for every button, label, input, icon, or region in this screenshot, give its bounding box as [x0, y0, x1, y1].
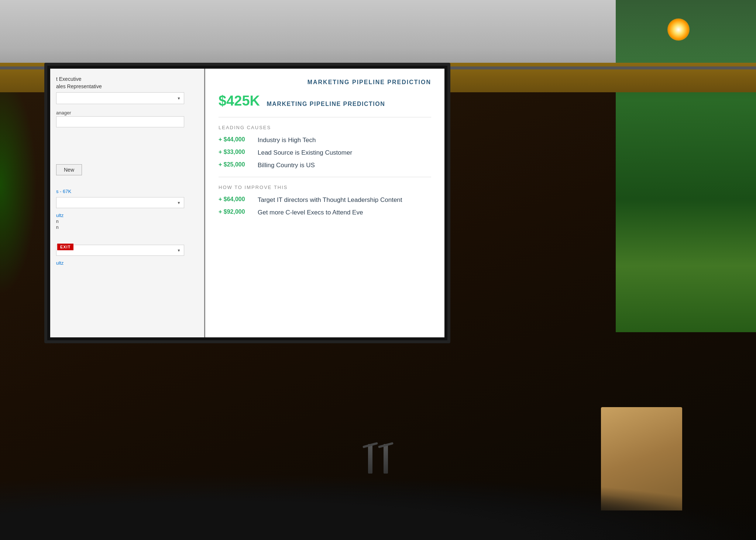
cause-text-2: Lead Source is Existing Customer [258, 149, 352, 157]
cause-item-3: + $25,000 Billing Country is US [219, 161, 431, 169]
stand-1 [368, 444, 372, 474]
cause-text-1: Industry is High Tech [258, 136, 316, 144]
improve-amount-1: + $64,000 [219, 196, 252, 203]
improve-item-2: + $92,000 Get more C-level Execs to Atte… [219, 209, 431, 217]
green-light-effect [0, 74, 37, 295]
divider-middle [219, 177, 431, 177]
stand-2 [384, 444, 388, 474]
dropdown-arrow3: ▼ [177, 248, 181, 252]
spotlight [667, 18, 690, 41]
pipeline-label: MARKETING PIPELINE PREDICTION [267, 101, 385, 107]
name2-text: n [56, 219, 198, 224]
pipeline-amount: $425K [219, 93, 260, 109]
name1-link[interactable]: ultz [56, 213, 198, 218]
cause-amount-2: + $33,000 [219, 149, 252, 155]
name3-text: n [56, 225, 198, 230]
exit-sign: EXIT [57, 244, 73, 250]
manager-label: anager [56, 110, 198, 116]
link1[interactable]: s - 67K [56, 189, 198, 194]
dropdown-arrow2: ▼ [177, 201, 181, 205]
role1-text: t Executive [56, 76, 198, 82]
leading-causes-title: LEADING CAUSES [219, 125, 431, 130]
improve-title: HOW TO IMPROVE THIS [219, 185, 431, 190]
cause-item-2: + $33,000 Lead Source is Existing Custom… [219, 149, 431, 157]
forest-backdrop [616, 0, 756, 332]
audience-silhouettes [0, 474, 756, 540]
improve-amount-2: + $92,000 [219, 209, 252, 215]
improve-text-1: Target IT directors with Thought Leaders… [258, 196, 402, 204]
name4-link[interactable]: ultz [56, 260, 198, 266]
role2-text: ales Representative [56, 83, 198, 89]
divider-top [219, 117, 431, 117]
leading-causes-section: LEADING CAUSES + $44,000 Industry is Hig… [219, 125, 431, 169]
manager-input[interactable] [56, 116, 184, 127]
left-panel: t Executive ales Representative ▼ anager… [50, 69, 205, 337]
presentation-screen: t Executive ales Representative ▼ anager… [44, 63, 450, 343]
screen-title: MARKETING PIPELINE PREDICTION [219, 79, 431, 86]
cause-amount-1: + $44,000 [219, 136, 252, 143]
list-dropdown[interactable]: ▼ [56, 197, 184, 208]
screen-content: t Executive ales Representative ▼ anager… [50, 69, 444, 337]
dropdown-arrow1: ▼ [177, 96, 181, 100]
cause-item-1: + $44,000 Industry is High Tech [219, 136, 431, 144]
role-dropdown[interactable]: ▼ [56, 92, 184, 104]
bottom-dropdown[interactable]: ▼ [56, 245, 184, 256]
music-stands [368, 444, 388, 474]
improve-item-1: + $64,000 Target IT directors with Thoug… [219, 196, 431, 204]
improve-section: HOW TO IMPROVE THIS + $64,000 Target IT … [219, 185, 431, 217]
pipeline-header: $425K MARKETING PIPELINE PREDICTION [219, 93, 431, 109]
improve-text-2: Get more C-level Execs to Attend Eve [258, 209, 363, 217]
cause-amount-3: + $25,000 [219, 161, 252, 168]
right-panel: MARKETING PIPELINE PREDICTION $425K MARK… [205, 69, 444, 337]
cause-text-3: Billing Country is US [258, 161, 315, 169]
new-button[interactable]: New [56, 164, 82, 175]
